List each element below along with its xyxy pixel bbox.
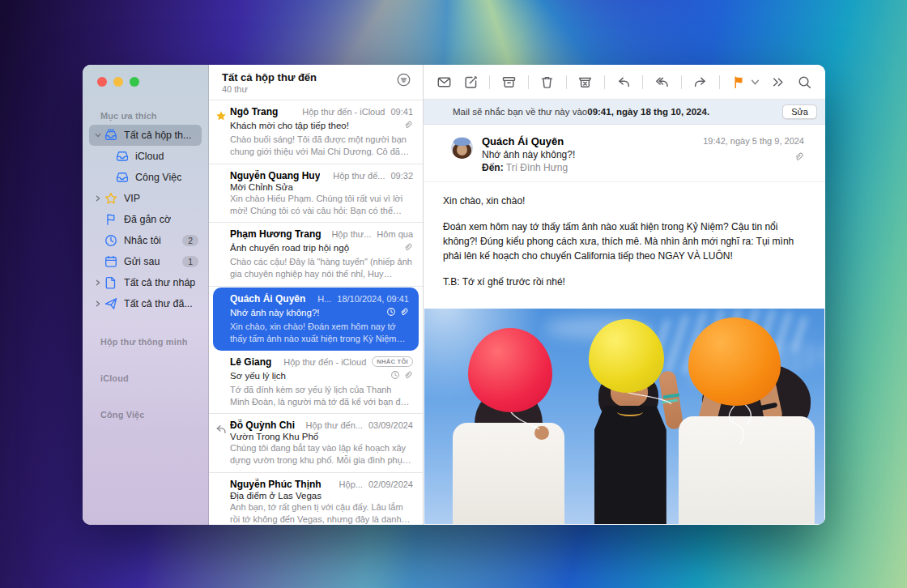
- window-controls: [83, 65, 208, 87]
- paperclip-icon: [403, 241, 413, 255]
- message-meta: Hộp thư đế...09:32: [333, 171, 413, 181]
- sidebar-section-header: Hộp thư thông minh: [83, 334, 208, 351]
- message-sender: Đỗ Quỳnh Chi: [230, 420, 295, 431]
- message-mailbox: H...: [317, 294, 331, 304]
- orange-balloon: [688, 317, 781, 406]
- filter-icon[interactable]: [396, 72, 411, 90]
- unread-badge: 2: [182, 235, 198, 246]
- sidebar-item-label: Gửi sau: [124, 256, 160, 267]
- sidebar-item-t-t-c-th-[interactable]: Tất cả thư đã...: [89, 293, 202, 314]
- message-time: Hôm qua: [377, 229, 413, 239]
- reply-button[interactable]: [616, 75, 632, 90]
- search-button[interactable]: [797, 75, 812, 90]
- sidebar-item-nh-c-t-i[interactable]: Nhắc tôi2: [89, 230, 202, 251]
- avatar: [451, 137, 473, 159]
- paperclip-icon: [403, 369, 413, 383]
- sidebar-item-vip[interactable]: VIP: [89, 188, 202, 209]
- sidebar-section-header: Mục ưa thích: [83, 108, 208, 125]
- more-toolbar-button[interactable]: [770, 75, 786, 90]
- message-subject: Nhớ ảnh này không?!: [230, 308, 381, 317]
- zoom-window-button[interactable]: [130, 77, 139, 87]
- flag-group: [731, 75, 760, 90]
- message-subject: Địa điểm ở Las Vegas: [230, 491, 413, 501]
- sidebar-item-t-t-c-h-p-th-[interactable]: Tất cả hộp th...: [89, 125, 202, 146]
- to-value[interactable]: Trí Đình Hưng: [506, 162, 568, 173]
- mail-window: Mục ưa thíchTất cả hộp th...iCloudCông V…: [83, 65, 825, 525]
- chevron-right-icon[interactable]: [92, 195, 104, 202]
- message-list: Ngô TrangHộp thư đến - iCloud09:41Khách …: [209, 100, 423, 525]
- sidebar-item-label: Đã gắn cờ: [124, 214, 171, 225]
- minimize-window-button[interactable]: [113, 77, 123, 87]
- subject-icons: [390, 369, 413, 383]
- message-row-top: Quách Ái QuyênH...18/10/2024, 09:41: [230, 293, 409, 305]
- delete-button[interactable]: [539, 75, 555, 90]
- attachment-photo[interactable]: [424, 309, 824, 524]
- message-row[interactable]: Nguyễn Phúc ThịnhHộp...02/09/2024Địa điể…: [209, 473, 423, 525]
- compose-button[interactable]: [463, 75, 479, 90]
- message-mailbox: Hộp...: [339, 479, 363, 489]
- chevron-right-icon[interactable]: [92, 279, 104, 286]
- subject-icons: [403, 118, 413, 133]
- message-preview: Chào các cậu! Đây là "hàng tuyển" (nhiếp…: [230, 256, 413, 280]
- flag-button[interactable]: [731, 75, 747, 90]
- message-row-subject: Sơ yếu lý lịch: [230, 369, 413, 383]
- sidebar-item-t-t-c-th-nh-p[interactable]: Tất cả thư nháp: [89, 272, 202, 293]
- inbox-stack-icon: [104, 128, 118, 143]
- sidebar-item-g-i-sau[interactable]: Gửi sau1: [89, 251, 202, 272]
- message-meta: Hộp thư đến - iCloudNHẮC TÔI: [283, 356, 413, 367]
- message-sender: Ngô Trang: [230, 106, 278, 117]
- reading-pane: Mail sẽ nhắc bạn về thư này vào 09:41, n…: [424, 65, 825, 525]
- message-mailbox: Hộp thư đế...: [333, 171, 385, 181]
- sidebar-item-icloud[interactable]: iCloud: [89, 146, 202, 167]
- reminder-date: 09:41, ngày 18 thg 10, 2024.: [587, 107, 709, 117]
- message-row-subject: Ảnh chuyến road trip hội ngộ: [230, 241, 413, 255]
- sidebar-item-c-ng-vi-c[interactable]: Công Việc: [89, 167, 202, 188]
- draft-icon: [104, 275, 118, 290]
- message-row[interactable]: Quách Ái QuyênH...18/10/2024, 09:41Nhớ ả…: [213, 288, 419, 351]
- chevron-right-icon[interactable]: [92, 300, 104, 307]
- calendar-icon: [104, 254, 118, 269]
- red-balloon: [468, 328, 552, 412]
- message-mailbox: Hộp thư đến - iCloud: [302, 107, 385, 117]
- message-time: 18/10/2024, 09:41: [337, 294, 409, 304]
- message-subject: Mời Chỉnh Sửa: [230, 182, 413, 192]
- sidebar-item-label: Công Việc: [135, 172, 181, 183]
- sidebar-section-header: iCloud: [83, 370, 208, 387]
- message-sender: Quách Ái Quyên: [230, 293, 305, 305]
- message-time: 03/09/2024: [368, 420, 413, 430]
- flag-chevron-down-icon[interactable]: [751, 78, 760, 87]
- toolbar-divider: [681, 75, 682, 89]
- message-row[interactable]: Nguyễn Quang HuyHộp thư đế...09:32Mời Ch…: [209, 164, 423, 224]
- toolbar-divider: [566, 75, 567, 89]
- message-preview: Xin chào, xin chào! Đoán xem hôm nay tớ …: [230, 321, 409, 345]
- attachment-paperclip-icon[interactable]: [794, 151, 804, 165]
- message-mailbox: Hộp thư...: [331, 229, 371, 239]
- close-window-button[interactable]: [97, 77, 107, 87]
- archive-button[interactable]: [501, 75, 517, 90]
- reply-all-button[interactable]: [654, 75, 670, 90]
- message-row[interactable]: Đỗ Quỳnh ChiHộp thư đến...03/09/2024Vườn…: [209, 414, 423, 473]
- get-mail-button[interactable]: [436, 75, 452, 90]
- message-preview: Tớ đã đính kèm sơ yếu lý lịch của Thanh …: [230, 384, 413, 408]
- toolbar-divider: [642, 75, 643, 89]
- message-list-header: Tất cả hộp thư đến 40 thư: [209, 65, 423, 100]
- junk-button[interactable]: [577, 75, 593, 90]
- subject-icons: [386, 305, 409, 320]
- toolbar-divider: [719, 75, 720, 89]
- toolbar-divider: [604, 75, 605, 89]
- yellow-balloon: [589, 319, 665, 392]
- forward-button[interactable]: [692, 75, 708, 90]
- reminder-banner: Mail sẽ nhắc bạn về thư này vào 09:41, n…: [424, 100, 825, 125]
- message-time: 02/09/2024: [368, 479, 413, 489]
- message-row[interactable]: Phạm Hương TrangHộp thư...Hôm quaẢnh chu…: [209, 223, 423, 287]
- message-row[interactable]: Ngô TrangHộp thư đến - iCloud09:41Khách …: [209, 100, 423, 164]
- sidebar-item--g-n-c-[interactable]: Đã gắn cờ: [89, 209, 202, 230]
- star-icon[interactable]: [215, 109, 228, 122]
- clock-icon: [386, 305, 396, 320]
- message-row[interactable]: Lê GiangHộp thư đến - iCloudNHẮC TÔISơ y…: [209, 351, 423, 415]
- edit-reminder-button[interactable]: Sửa: [782, 104, 817, 119]
- message-sender: Nguyễn Quang Huy: [230, 170, 320, 181]
- message-row-subject: Địa điểm ở Las Vegas: [230, 491, 413, 501]
- message-meta: Hộp thư đến...03/09/2024: [306, 420, 413, 430]
- chevron-down-icon[interactable]: [92, 132, 104, 138]
